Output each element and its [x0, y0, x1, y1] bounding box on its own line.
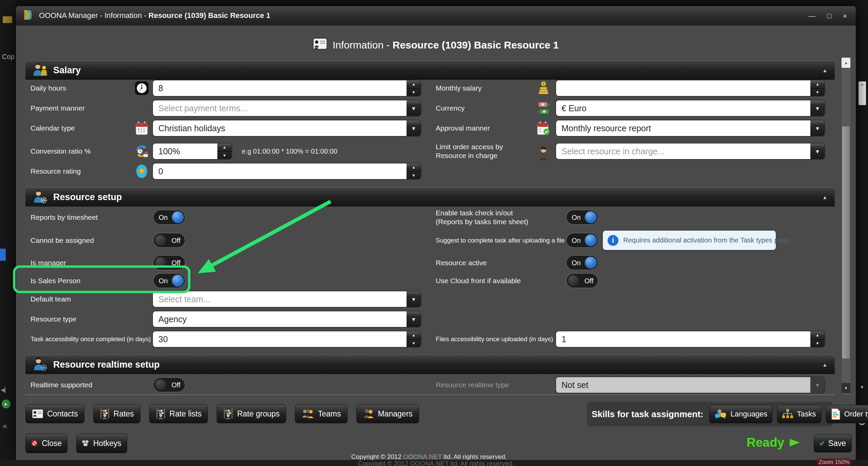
collapse-arrow-icon[interactable]: ▲: [822, 362, 827, 368]
teams-button[interactable]: Teams: [295, 404, 348, 423]
task-types-info-callout: i Requires additional activation from th…: [603, 231, 776, 250]
collapse-arrow-icon[interactable]: ▲: [822, 67, 827, 73]
close-button[interactable]: Close: [25, 433, 67, 453]
dropdown-arrow-icon[interactable]: ▼: [407, 100, 421, 116]
form-row: Reports by timesheet On Enable task chec…: [25, 210, 835, 225]
rates-button[interactable]: Rates: [93, 404, 140, 423]
scrollbar-thumb[interactable]: [842, 126, 850, 359]
resource-rating-spinner[interactable]: ▲▼: [407, 163, 421, 179]
copyright-text: Copyright © 2012 OOONA.NET ltd. All righ…: [16, 453, 842, 461]
section-resource-setup-title: Resource setup: [53, 192, 122, 202]
use-cloud-front-toggle[interactable]: Off: [566, 273, 598, 288]
is-manager-toggle[interactable]: Off: [153, 255, 185, 270]
managers-icon: [363, 409, 374, 419]
calendar-icon: [132, 121, 151, 136]
payment-manner-dropdown[interactable]: Select payment terms... ▼: [153, 100, 421, 116]
resource-rating-input[interactable]: 0 ▲▼: [153, 163, 421, 179]
ready-arrow-icon: [789, 438, 801, 448]
form-row: Calendar type Christian holidays ▼ Appro…: [25, 120, 835, 136]
rate-groups-button[interactable]: Rate groups: [217, 404, 286, 423]
ready-status: Ready: [747, 435, 801, 450]
resource-active-toggle[interactable]: On: [566, 255, 598, 270]
dropdown-arrow-icon[interactable]: ▼: [407, 120, 421, 136]
calendar-type-dropdown[interactable]: Christian holidays ▼: [153, 120, 421, 136]
cannot-be-assigned-toggle[interactable]: Off: [153, 233, 185, 248]
abacus-icon: [100, 408, 110, 420]
close-window-button[interactable]: ×: [843, 12, 847, 19]
background-scrollbar-fragment: ▲: [859, 81, 866, 105]
suggest-complete-toggle[interactable]: On: [566, 233, 598, 248]
task-accessibility-spinner[interactable]: ▲▼: [407, 331, 421, 347]
content-divider: [25, 394, 835, 395]
resource-active-label: Resource active: [436, 258, 487, 267]
resource-in-charge-dropdown[interactable]: Select resource in charge... ▼: [556, 143, 825, 159]
desktop-right-strip: ▲ ▼: [856, 0, 868, 466]
daily-hours-input[interactable]: 8 ▲▼: [153, 80, 421, 96]
dropdown-arrow-icon[interactable]: ▼: [810, 143, 825, 159]
toggle-knob: [568, 275, 579, 287]
reports-by-timesheet-toggle[interactable]: On: [153, 210, 185, 225]
order-types-button[interactable]: Order types: [826, 405, 868, 423]
task-accessibility-input[interactable]: 30 ▲▼: [153, 331, 421, 347]
background-scroll-down-icon: ▼: [860, 385, 864, 390]
content-scrollbar[interactable]: ▲ ▼: [842, 58, 850, 394]
daily-hours-spinner[interactable]: ▲▼: [407, 80, 421, 96]
scrollbar-down-arrow[interactable]: ▼: [842, 383, 850, 393]
monthly-salary-input[interactable]: ▲▼: [556, 80, 825, 96]
monthly-salary-spinner[interactable]: ▲▼: [810, 80, 825, 96]
approval-manner-dropdown[interactable]: Monthly resource report ▼: [556, 120, 825, 136]
languages-button[interactable]: Languages: [709, 405, 772, 423]
person-icon: [534, 146, 553, 160]
currency-label: Currency: [436, 104, 465, 113]
task-accessibility-label: Task accessibility once completed (in da…: [31, 335, 151, 344]
copyright-reflection: Copyright © 2012 OOONA.NET ltd. All righ…: [16, 460, 856, 466]
form-row: Realtime supported Off Resource realtime…: [25, 377, 835, 393]
skills-panel: Skills for task assignment: Languages Ta…: [587, 402, 833, 426]
currency-dropdown[interactable]: € Euro ▼: [556, 100, 825, 116]
star-icon: [132, 164, 151, 179]
resource-type-dropdown[interactable]: Agency ▼: [153, 311, 421, 327]
hotkeys-button[interactable]: ZXCtrl Hotkeys: [76, 433, 127, 453]
person-gear-blue-icon: [32, 357, 47, 372]
form-content: Salary ▲ Daily hours 8 ▲▼ Monthly salary…: [25, 6, 835, 460]
section-resource-setup[interactable]: Resource setup ▲: [25, 187, 835, 207]
is-sales-person-toggle[interactable]: On: [153, 273, 185, 288]
realtime-supported-label: Realtime supported: [31, 381, 92, 389]
scrollbar-up-arrow[interactable]: ▲: [842, 58, 850, 68]
dropdown-arrow-icon[interactable]: ▼: [407, 311, 421, 327]
conversion-icon: [132, 144, 151, 159]
collapse-arrow-icon[interactable]: ▲: [822, 194, 827, 200]
conversion-ratio-input[interactable]: 100% ▲▼: [153, 143, 232, 159]
order-types-icon: [831, 408, 841, 420]
save-button[interactable]: Save: [814, 434, 852, 452]
toggle-knob: [155, 234, 166, 246]
zoom-level-badge: Zoom 150%: [816, 459, 852, 466]
form-row: Is Sales Person On Use Cloud front if av…: [25, 273, 835, 289]
conversion-ratio-spinner[interactable]: ▲▼: [217, 143, 232, 159]
files-accessibility-spinner[interactable]: ▲▼: [810, 331, 825, 347]
skills-label: Skills for task assignment:: [592, 409, 703, 420]
suggest-complete-label: Suggest to complete task after uploading…: [436, 236, 565, 245]
dropdown-arrow-icon[interactable]: ▼: [810, 120, 825, 136]
clock-icon: [132, 81, 151, 96]
realtime-supported-toggle[interactable]: Off: [153, 377, 185, 392]
checkmark-icon: [820, 439, 824, 448]
rate-lists-button[interactable]: Rate lists: [149, 404, 208, 423]
contact-card-icon: [32, 409, 43, 419]
tasks-button[interactable]: Tasks: [777, 405, 821, 423]
contacts-button[interactable]: Contacts: [25, 404, 84, 423]
abacus-icon: [223, 408, 233, 420]
calendar-type-label: Calendar type: [31, 124, 75, 133]
resource-type-label: Resource type: [31, 315, 76, 324]
dropdown-arrow-icon[interactable]: ▼: [407, 291, 421, 307]
enable-task-check-toggle[interactable]: On: [566, 210, 598, 225]
section-salary[interactable]: Salary ▲: [25, 60, 835, 80]
default-team-dropdown[interactable]: Select team... ▼: [153, 291, 421, 307]
approval-manner-label: Approval manner: [436, 124, 490, 133]
files-accessibility-input[interactable]: 1 ▲▼: [556, 331, 825, 347]
form-row: Resource type Agency ▼: [25, 311, 835, 327]
managers-button[interactable]: Managers: [356, 404, 419, 423]
dropdown-arrow-icon[interactable]: ▼: [810, 100, 825, 116]
section-resource-realtime[interactable]: Resource realtime setup ▲: [25, 355, 835, 374]
files-accessibility-label: Files accessibility once uploaded (in da…: [436, 335, 553, 344]
